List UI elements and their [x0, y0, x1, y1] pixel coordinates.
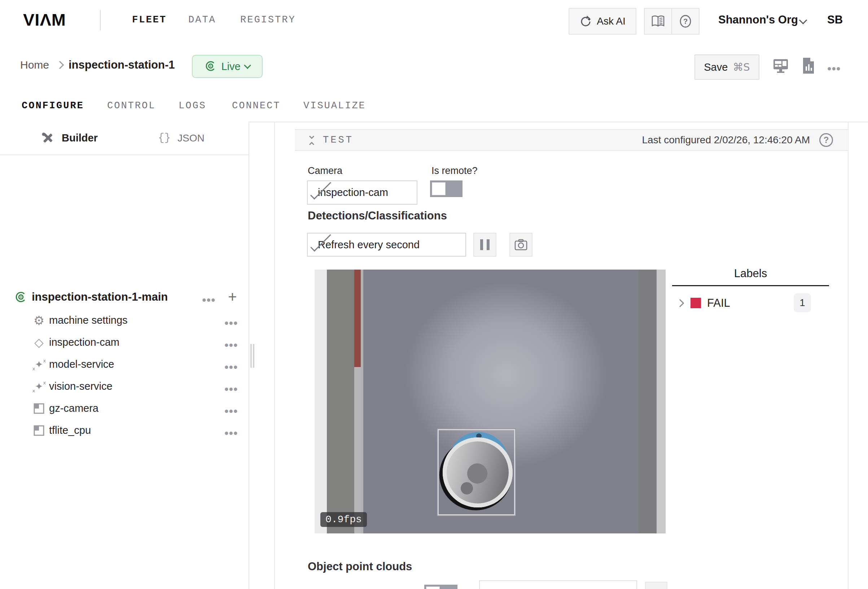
- live-chevron-down-icon: [244, 62, 251, 69]
- json-toggle[interactable]: JSON: [177, 121, 205, 154]
- pause-button[interactable]: [473, 233, 496, 257]
- tree-item-inspection-cam[interactable]: ◇ inspection-cam •••: [0, 331, 249, 353]
- fps-badge: 0.9fps: [320, 512, 367, 527]
- gear-icon: ⚙: [33, 309, 45, 331]
- machine-header-row: Home inspection-station-1 Live Save ⌘S: [0, 40, 868, 91]
- docs-book-icon[interactable]: [645, 9, 672, 34]
- is-remote-label: Is remote?: [431, 165, 478, 176]
- feed-left-dark-column: [327, 269, 354, 533]
- expand-chevron-icon[interactable]: [676, 299, 684, 308]
- breadcrumb-home[interactable]: Home: [20, 40, 49, 90]
- ask-ai-button[interactable]: Ask AI: [568, 8, 636, 35]
- item-overflow-menu-icon[interactable]: •••: [224, 317, 238, 329]
- org-switcher[interactable]: Shannon's Org: [718, 0, 798, 40]
- tab-logs[interactable]: LOGS: [179, 90, 207, 121]
- json-brace-icon: {}: [158, 121, 171, 154]
- feed-left-light-column: [314, 269, 327, 533]
- tab-visualize[interactable]: VISUALIZE: [303, 90, 366, 121]
- viam-logo[interactable]: VIΛM: [23, 0, 66, 40]
- knob-face: [443, 437, 513, 508]
- builder-json-switch: Builder {} JSON: [0, 121, 249, 155]
- service-sparkle-icon: ✦xx: [33, 353, 45, 375]
- save-button[interactable]: Save ⌘S: [694, 55, 759, 80]
- refresh-rate-value: Refresh every second: [318, 234, 419, 256]
- builder-toggle[interactable]: Builder: [62, 121, 98, 154]
- broadcast-icon: [205, 60, 217, 73]
- label-color-swatch: [691, 298, 701, 308]
- item-overflow-menu-icon[interactable]: •••: [224, 427, 238, 439]
- camera-icon: [514, 238, 528, 251]
- content-left-edge: [274, 121, 275, 589]
- item-overflow-menu-icon[interactable]: •••: [224, 361, 238, 373]
- item-overflow-menu-icon[interactable]: •••: [224, 405, 238, 417]
- labels-heading: Labels: [672, 267, 829, 280]
- ask-ai-sparkle-icon: [579, 15, 592, 28]
- service-sparkle-icon: ✦xx: [33, 375, 45, 397]
- tree-item-model-service[interactable]: ✦xx model-service •••: [0, 353, 249, 375]
- test-section-header[interactable]: TEST Last configured 2/02/26, 12:46:20 A…: [295, 129, 848, 151]
- tree-item-label: inspection-cam: [49, 331, 120, 353]
- tree-item-machine-settings[interactable]: ⚙ machine settings •••: [0, 309, 249, 331]
- ask-ai-label: Ask AI: [597, 16, 625, 27]
- toggle-knob: [426, 586, 440, 589]
- tree-item-gz-camera[interactable]: gz-camera •••: [0, 397, 249, 419]
- camera-select[interactable]: inspection-cam: [307, 181, 418, 205]
- add-component-icon[interactable]: +: [228, 289, 237, 305]
- tree-item-tflite-cpu[interactable]: tflite_cpu •••: [0, 419, 249, 441]
- sidebar-resize-handle[interactable]: [250, 344, 255, 368]
- item-overflow-menu-icon[interactable]: •••: [224, 383, 238, 395]
- label-row-fail[interactable]: FAIL 1: [672, 291, 829, 315]
- org-chevron-down-icon[interactable]: [799, 16, 807, 25]
- top-navbar: VIΛM FLEET DATA REGISTRY Ask AI: [0, 0, 868, 40]
- is-remote-toggle[interactable]: [430, 181, 462, 197]
- knob-spot-small: [461, 482, 473, 494]
- machine-part-status-icon[interactable]: [772, 58, 789, 74]
- last-configured-text: Last configured 2/02/26, 12:46:20 AM: [642, 130, 810, 150]
- snapshot-camera-button[interactable]: [509, 233, 533, 257]
- breadcrumb-chevron-icon: [56, 61, 64, 69]
- label-name: FAIL: [707, 291, 730, 315]
- help-icon-group: ?: [644, 8, 700, 35]
- user-avatar[interactable]: SB: [827, 0, 843, 40]
- item-overflow-menu-icon[interactable]: •••: [224, 339, 238, 351]
- camera-feed[interactable]: 0.9fps: [314, 269, 666, 533]
- object-point-clouds-button[interactable]: [645, 582, 667, 589]
- overflow-menu-icon[interactable]: •••: [827, 63, 841, 75]
- tab-control[interactable]: CONTROL: [107, 90, 155, 121]
- machine-tab-bar: CONFIGURE CONTROL LOGS CONNECT VISUALIZE: [0, 90, 868, 122]
- history-doc-icon[interactable]: [802, 57, 815, 74]
- svg-text:?: ?: [683, 17, 688, 25]
- tab-configure[interactable]: CONFIGURE: [22, 90, 84, 121]
- nav-tab-registry[interactable]: REGISTRY: [240, 0, 296, 40]
- tree-item-label: model-service: [49, 353, 114, 375]
- camera-field-label: Camera: [308, 165, 342, 176]
- collapse-icon[interactable]: [306, 135, 317, 146]
- config-sidebar: Builder {} JSON inspection-station-1-mai…: [0, 121, 249, 589]
- object-point-clouds-input[interactable]: [479, 580, 637, 589]
- content-scrollbar-track[interactable]: [848, 121, 849, 589]
- tree-root-label: inspection-station-1-main: [32, 286, 168, 308]
- feed-red-stripe-lower: [354, 367, 361, 533]
- help-question-icon[interactable]: ?: [672, 9, 699, 34]
- broadcast-icon: [15, 291, 27, 304]
- object-point-clouds-toggle[interactable]: [424, 585, 458, 589]
- nav-tab-data[interactable]: DATA: [188, 0, 216, 40]
- component-diamond-icon: ◇: [33, 331, 45, 353]
- root-overflow-menu-icon[interactable]: •••: [202, 294, 216, 306]
- test-help-icon[interactable]: ?: [819, 133, 833, 147]
- object-point-clouds-heading: Object point clouds: [308, 560, 412, 573]
- refresh-rate-select[interactable]: Refresh every second: [307, 233, 466, 257]
- live-status-badge[interactable]: Live: [192, 55, 263, 78]
- save-shortcut: ⌘S: [733, 61, 750, 73]
- nav-tab-fleet[interactable]: FLEET: [132, 0, 167, 40]
- test-section-title: TEST: [323, 130, 354, 150]
- builder-tools-icon: [41, 132, 55, 145]
- module-icon: [33, 419, 45, 441]
- feed-thin-strip: [361, 269, 363, 533]
- tree-item-vision-service[interactable]: ✦xx vision-service •••: [0, 375, 249, 397]
- component-tree: ⚙ machine settings ••• ◇ inspection-cam …: [0, 309, 249, 441]
- tree-root-machine[interactable]: inspection-station-1-main ••• +: [0, 286, 249, 308]
- tab-connect[interactable]: CONNECT: [232, 90, 280, 121]
- tree-item-label: vision-service: [49, 375, 112, 397]
- feed-red-stripe: [354, 269, 361, 367]
